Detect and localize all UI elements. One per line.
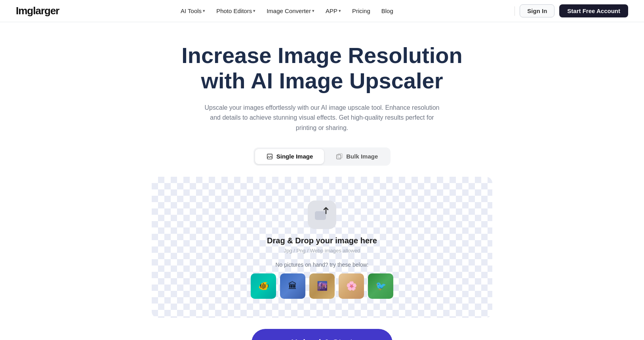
svg-rect-0 bbox=[267, 154, 272, 159]
chevron-down-icon: ▾ bbox=[203, 8, 205, 13]
main-nav: AI Tools ▾ Photo Editors ▾ Image Convert… bbox=[176, 5, 398, 17]
brand-logo[interactable]: Imglarger bbox=[16, 5, 59, 17]
tab-bulk-image[interactable]: Bulk Image bbox=[325, 149, 389, 164]
sample-image-flower[interactable] bbox=[339, 273, 364, 299]
image-mode-tabs: Single Image Bulk Image bbox=[253, 147, 391, 166]
bulk-image-icon bbox=[336, 153, 343, 160]
nav-item-ai-tools[interactable]: AI Tools ▾ bbox=[176, 5, 210, 17]
start-free-button[interactable]: Start Free Account bbox=[559, 4, 628, 17]
navbar-actions: Sign In Start Free Account bbox=[514, 4, 628, 17]
nav-item-app[interactable]: APP ▾ bbox=[321, 5, 346, 17]
single-image-icon bbox=[266, 153, 273, 160]
tab-single-image[interactable]: Single Image bbox=[255, 149, 324, 164]
svg-rect-3 bbox=[315, 211, 326, 220]
sample-images-row bbox=[251, 273, 393, 299]
svg-rect-1 bbox=[337, 155, 341, 159]
nav-divider bbox=[514, 6, 515, 16]
sample-image-tower[interactable] bbox=[280, 273, 305, 299]
signin-button[interactable]: Sign In bbox=[520, 4, 554, 17]
hero-subtitle: Upscale your images effortlessly with ou… bbox=[199, 103, 445, 133]
sample-image-city[interactable] bbox=[309, 273, 335, 299]
no-pictures-text: No pictures on hand? try these below: bbox=[275, 262, 368, 268]
drag-drop-title: Drag & Drop your image here bbox=[267, 236, 377, 245]
main-content: Increase Image Resolution with AI Image … bbox=[0, 22, 644, 340]
hero-section: Increase Image Resolution with AI Image … bbox=[0, 22, 644, 340]
sample-image-bird[interactable] bbox=[368, 273, 393, 299]
chevron-down-icon: ▾ bbox=[339, 8, 341, 13]
sample-image-fish[interactable] bbox=[251, 273, 276, 299]
upload-icon-container bbox=[308, 201, 336, 229]
chevron-down-icon: ▾ bbox=[312, 8, 314, 13]
dropzone[interactable]: Drag & Drop your image here Jpg / Png / … bbox=[152, 177, 492, 318]
upload-start-button[interactable]: Upload & Start bbox=[252, 329, 392, 340]
navbar: Imglarger AI Tools ▾ Photo Editors ▾ Ima… bbox=[0, 0, 644, 22]
chevron-down-icon: ▾ bbox=[253, 8, 255, 13]
svg-rect-2 bbox=[338, 153, 343, 158]
nav-item-pricing[interactable]: Pricing bbox=[347, 5, 375, 17]
allowed-formats: Jpg / Png / Webp images allowed bbox=[284, 248, 360, 254]
hero-title: Increase Image Resolution with AI Image … bbox=[160, 43, 484, 94]
nav-item-blog[interactable]: Blog bbox=[377, 5, 398, 17]
nav-item-photo-editors[interactable]: Photo Editors ▾ bbox=[211, 5, 260, 17]
upload-icon bbox=[314, 206, 330, 223]
nav-item-image-converter[interactable]: Image Converter ▾ bbox=[262, 5, 319, 17]
